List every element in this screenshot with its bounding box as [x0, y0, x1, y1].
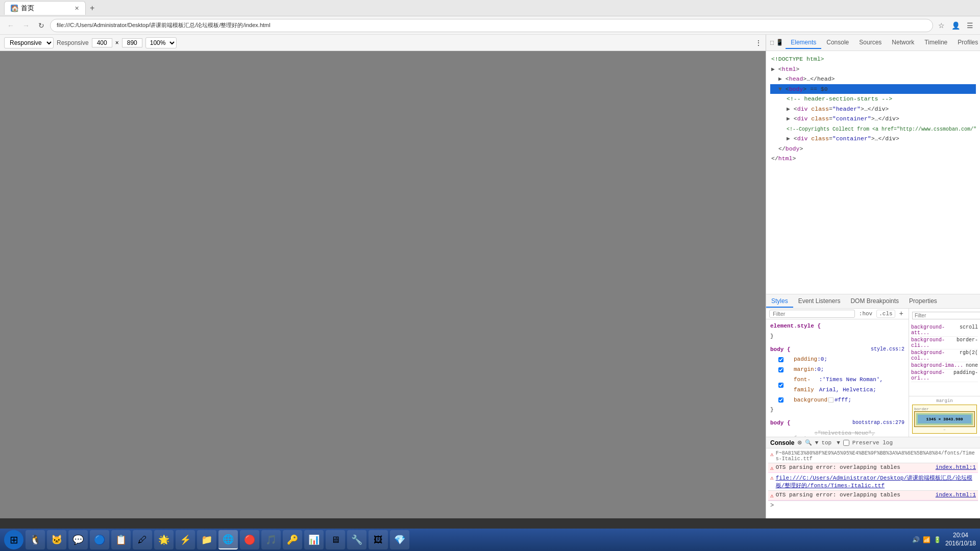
- styles-filter-input[interactable]: [769, 310, 855, 318]
- responsive-select[interactable]: Responsive: [4, 37, 54, 48]
- preserve-log-check[interactable]: [843, 440, 849, 446]
- width-input[interactable]: [92, 38, 112, 47]
- taskbar-app-key[interactable]: 🔑: [283, 530, 302, 549]
- console-input[interactable]: [774, 502, 976, 509]
- doctype-line[interactable]: <!DOCTYPE html>: [770, 54, 976, 64]
- taskbar-app-folder[interactable]: 📁: [197, 530, 216, 549]
- div-container2-line[interactable]: ▶ <div class="container">…</div>: [770, 134, 976, 144]
- html-close-line[interactable]: </html>: [770, 154, 976, 164]
- back-btn[interactable]: ←: [4, 19, 17, 32]
- computed-prop-bgori[interactable]: background-ori... padding-: [911, 369, 978, 382]
- tab-timeline[interactable]: Timeline: [919, 37, 952, 49]
- taskbar-app-bolt[interactable]: ⚡: [176, 530, 195, 549]
- date-text: 2016/10/18: [945, 540, 976, 548]
- taskbar-app-img[interactable]: 🖼: [369, 530, 388, 549]
- tray-icon-3[interactable]: 🔋: [934, 536, 941, 543]
- taskbar-right: 🔊 📶 🔋 20:04 2016/10/18: [912, 532, 976, 547]
- comment-header-line[interactable]: <!-- header-section-starts -->: [770, 94, 976, 104]
- css-prop-margin-check[interactable]: [778, 367, 783, 372]
- styles-tab-events[interactable]: Event Listeners: [793, 295, 846, 308]
- clock: 20:04 2016/10/18: [945, 532, 976, 547]
- tab-close-btn[interactable]: ✕: [75, 5, 79, 12]
- taskbar-app-gem[interactable]: 💎: [390, 530, 409, 549]
- top-dropdown[interactable]: ▼: [815, 440, 819, 446]
- error-link-2[interactable]: index.html:1: [936, 492, 976, 498]
- address-text: file:///C:/Users/Administrator/Desktop/讲…: [57, 21, 271, 29]
- computed-prop-bgatt[interactable]: background-att... scroll: [911, 324, 978, 337]
- comment-copyright-line[interactable]: ​<!--Copyrights Collect from <a href="ht…: [770, 124, 976, 134]
- styles-tab-dom[interactable]: DOM Breakpoints: [845, 295, 904, 308]
- tab-elements[interactable]: Elements: [786, 37, 821, 49]
- taskbar-app-chart[interactable]: 📊: [304, 530, 324, 549]
- taskbar: ⊞ 🐧 🐱 💬 🔵 📋 🖊 🌟 ⚡ 📁 🌐 🔴 🎵 🔑 📊 🖥 🔧 🖼 💎 🔊 …: [0, 529, 980, 551]
- address-bar[interactable]: file:///C:/Users/Administrator/Desktop/讲…: [50, 19, 933, 32]
- tab-sources[interactable]: Sources: [854, 37, 887, 49]
- console-toggle[interactable]: ⊗: [797, 438, 801, 447]
- taskbar-app-browser[interactable]: 🌐: [218, 530, 238, 549]
- add-rule-btn[interactable]: +: [897, 310, 905, 318]
- taskbar-app-tool[interactable]: 🔧: [347, 530, 366, 549]
- console-content: ⚠ F~8A81%E3%80%8F%E9%A5%95%E4%BE%9F%BB%3…: [766, 448, 980, 518]
- taskbar-app-blue[interactable]: 🔵: [90, 530, 109, 549]
- user-icon[interactable]: 👤: [949, 19, 962, 32]
- body-line[interactable]: ▼ <body> == $0: [770, 84, 976, 94]
- webpage-preview: Responsive Responsive × 100% ⋮ 描述描述描述描述描…: [0, 35, 766, 518]
- body-close-line[interactable]: </body>: [770, 144, 976, 154]
- styles-content: element.style { } body { style.css:2: [766, 319, 909, 437]
- console-input-row: >: [768, 500, 978, 510]
- tab-profiles[interactable]: Profiles: [952, 37, 980, 49]
- css-selector-element[interactable]: element.style {: [770, 321, 904, 332]
- css-prop-font-check[interactable]: [778, 383, 783, 388]
- css-rule-element: element.style { }: [770, 321, 904, 342]
- inspect-icon[interactable]: ⬚: [770, 37, 774, 48]
- div-container1-line[interactable]: ▶ <div class="container">…</div>: [770, 114, 976, 124]
- taskbar-app-linux[interactable]: 🐧: [26, 530, 45, 549]
- tab-title: 首页: [21, 4, 34, 13]
- refresh-btn[interactable]: ↻: [35, 19, 48, 32]
- new-tab-btn[interactable]: +: [86, 2, 99, 15]
- menu-icon[interactable]: ☰: [964, 19, 976, 32]
- html-tag-line[interactable]: ▶ <html>: [770, 64, 976, 74]
- taskbar-app-monitor[interactable]: 🖥: [326, 530, 345, 549]
- console-filter-icon[interactable]: 🔍: [805, 439, 812, 446]
- styles-tab-styles[interactable]: Styles: [766, 295, 793, 308]
- taskbar-app-chat[interactable]: 💬: [68, 530, 88, 549]
- box-model-diagram: margin border 1345 × 3843.980 –: [909, 396, 980, 437]
- taskbar-app-red[interactable]: 🔴: [240, 530, 259, 549]
- styles-tab-properties[interactable]: Properties: [904, 295, 942, 308]
- taskbar-app-cat[interactable]: 🐱: [47, 530, 66, 549]
- device-icon[interactable]: 📱: [776, 37, 783, 48]
- css-source-2[interactable]: bootstrap.css:279: [852, 418, 904, 429]
- computed-filter-input[interactable]: [912, 312, 980, 319]
- browser-tab[interactable]: 🏠 首页 ✕: [4, 1, 86, 15]
- tray-icon-2[interactable]: 📶: [923, 536, 930, 543]
- error-link-1[interactable]: index.html:1: [936, 464, 976, 470]
- taskbar-app-music[interactable]: 🎵: [261, 530, 281, 549]
- zoom-select[interactable]: 100%: [145, 37, 177, 48]
- dim-separator: ×: [115, 39, 119, 46]
- css-prop-bg-check[interactable]: [778, 397, 783, 403]
- bg-color-swatch[interactable]: [828, 397, 834, 403]
- start-button[interactable]: ⊞: [4, 530, 23, 549]
- tab-console[interactable]: Console: [821, 37, 854, 49]
- tab-network[interactable]: Network: [887, 37, 919, 49]
- taskbar-app-pen[interactable]: 🖊: [133, 530, 152, 549]
- class-btn[interactable]: .cls: [876, 310, 895, 318]
- head-line[interactable]: ▶ <head>…</head>: [770, 74, 976, 84]
- forward-btn[interactable]: →: [19, 19, 33, 32]
- css-prop-padding-check[interactable]: [778, 357, 783, 362]
- taskbar-app-doc[interactable]: 📋: [111, 530, 131, 549]
- bookmark-icon[interactable]: ☆: [935, 19, 947, 32]
- height-input[interactable]: [122, 38, 142, 47]
- div-header-line[interactable]: ▶ <div class="header">…</div>: [770, 104, 976, 114]
- taskbar-app-star[interactable]: 🌟: [154, 530, 174, 549]
- computed-prop-bgclip[interactable]: background-cli... border-: [911, 337, 978, 349]
- computed-prop-bgcol[interactable]: background-col... rgb(2(: [911, 349, 978, 362]
- font-url-link[interactable]: file:///C:/Users/Administrator/Desktop/讲…: [776, 475, 972, 489]
- pseudo-class-btn[interactable]: :hov: [857, 310, 874, 317]
- computed-prop-bgima[interactable]: background-ima... none: [911, 362, 978, 369]
- tray-icon-1[interactable]: 🔊: [912, 536, 920, 543]
- css-source-1[interactable]: style.css:2: [871, 345, 904, 355]
- console-filter-btn2[interactable]: ▼: [837, 440, 840, 446]
- responsive-more[interactable]: ⋮: [755, 39, 762, 46]
